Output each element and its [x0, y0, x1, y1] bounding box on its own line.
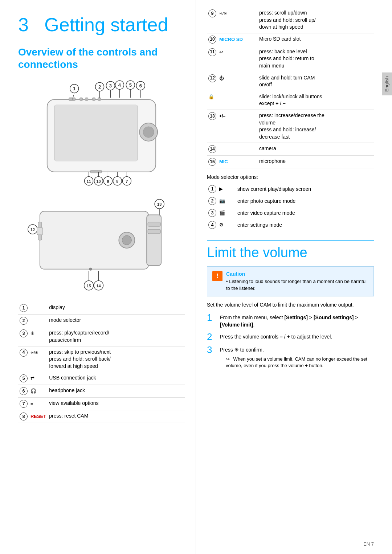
steps-intro: Set the volume level of CAM to limit the…: [207, 301, 374, 309]
table-row: 12 ⏻ slide and hold: turn CAMon/off: [207, 72, 374, 91]
table-row: 🔒 slide: lock/unlock all buttonsexcept +…: [207, 91, 374, 110]
mode-selector-table: 1 ▶ show current play/display screen 2 📷…: [207, 183, 374, 231]
section-heading: Overview of the controls and connections: [18, 46, 185, 70]
mode-selector-section: Mode selector options: 1 ▶ show current …: [207, 174, 374, 231]
svg-text:9: 9: [107, 179, 109, 184]
svg-text:12: 12: [30, 227, 35, 232]
ctrl-desc: slide: lock/unlock all buttonsexcept + /…: [258, 91, 374, 110]
mic-label: MIC: [219, 159, 228, 164]
svg-point-49: [89, 268, 92, 271]
limit-volume-section: Limit the volume ! Caution • Listening t…: [207, 240, 374, 369]
controls-table-left: 1 display 2 mode selector 3 ✳ press: pla…: [18, 302, 185, 423]
svg-text:13: 13: [157, 202, 162, 207]
table-row: 2 mode selector: [18, 315, 185, 327]
svg-text:5: 5: [129, 83, 132, 88]
svg-text:8: 8: [116, 179, 118, 184]
svg-text:3: 3: [109, 83, 112, 89]
ctrl-desc: press: back one levelpress and hold: ret…: [258, 46, 374, 72]
step-text: Press the volume controls – / + to adjus…: [220, 332, 332, 341]
svg-text:11: 11: [86, 179, 91, 184]
list-item: 3 Press ✳ to confirm. When you set a vol…: [207, 345, 374, 369]
step-text: Press ✳ to confirm. When you set a volum…: [220, 345, 374, 369]
table-row: 1 display: [18, 302, 185, 315]
ctrl-num: 2: [208, 197, 216, 205]
ctrl-num: 3: [20, 329, 28, 337]
table-row: 15 MIC microphone: [207, 156, 374, 168]
list-item: 1 From the main menu, select [Settings] …: [207, 313, 374, 328]
ctrl-num: 1: [20, 304, 28, 312]
ctrl-desc: press: scroll up/downpress and hold: scr…: [258, 7, 374, 33]
ctrl-desc: slide and hold: turn CAMon/off: [258, 72, 374, 91]
ctrl-desc: microphone: [258, 156, 374, 168]
table-row: 14 camera: [207, 143, 374, 156]
ctrl-desc: mode selector: [48, 315, 185, 327]
svg-rect-6: [85, 98, 88, 101]
ctrl-num: 14: [208, 145, 216, 153]
diagram-top-view: 1 2 3 4 5 6: [18, 78, 185, 190]
page-container: English 3 Getting started Overview of th…: [0, 0, 392, 554]
ctrl-num: 8: [20, 413, 28, 420]
table-row: 5 ⇄ USB connection jack: [18, 372, 185, 385]
table-row: 2 📷 enter photo capture mode: [207, 195, 374, 207]
list-item: 2 Press the volume controls – / + to adj…: [207, 332, 374, 341]
ctrl-num: 6: [20, 387, 28, 395]
svg-rect-9: [91, 170, 102, 173]
reset-label: RESET: [30, 414, 46, 419]
ctrl-desc: headphone jack: [48, 385, 185, 398]
ctrl-num: 5: [20, 374, 28, 382]
ctrl-num: 1: [208, 185, 216, 193]
svg-rect-63: [37, 227, 43, 235]
side-view-svg: 12 13 15 14: [18, 193, 185, 295]
mode-desc: show current play/display screen: [236, 183, 374, 195]
table-row: 13 +/– press: increase/decrease thevolum…: [207, 110, 374, 143]
svg-text:10: 10: [96, 179, 101, 184]
mode-desc: enter settings mode: [236, 219, 374, 231]
steps-list: 1 From the main menu, select [Settings] …: [207, 313, 374, 369]
ctrl-num: 12: [208, 74, 216, 82]
table-row: 10 MICRO SD Micro SD card slot: [207, 33, 374, 46]
ctrl-desc: press: reset CAM: [48, 410, 185, 423]
caution-box: ! Caution • Listening to loud sounds for…: [207, 266, 374, 296]
step-number: 1: [207, 313, 216, 322]
left-column: 3 Getting started Overview of the contro…: [0, 0, 196, 554]
svg-text:7: 7: [126, 179, 128, 184]
ctrl-desc: Micro SD card slot: [258, 33, 374, 46]
table-row: 3 ✳ press: play/capture/record/pause/con…: [18, 327, 185, 346]
svg-rect-46: [148, 229, 160, 234]
ctrl-desc: display: [48, 302, 185, 315]
top-view-svg: 1 2 3 4 5 6: [18, 78, 185, 190]
ctrl-num: 13: [208, 112, 216, 120]
ctrl-num: 4: [208, 221, 216, 229]
svg-rect-45: [148, 222, 160, 227]
mode-selector-label: Mode selector options:: [207, 174, 374, 180]
ctrl-num: 7: [20, 400, 28, 408]
svg-text:1: 1: [73, 86, 75, 92]
chapter-heading: 3 Getting started: [18, 15, 185, 35]
ctrl-num: 9: [208, 9, 216, 17]
table-row: 3 🎬 enter video capture mode: [207, 207, 374, 219]
language-label: English: [384, 76, 389, 92]
svg-point-3: [143, 127, 154, 138]
table-row: 9 ✳/✳ press: scroll up/downpress and hol…: [207, 7, 374, 33]
caution-icon: !: [212, 271, 222, 281]
table-row: 7 ≡ view available options: [18, 398, 185, 410]
table-row: 1 ▶ show current play/display screen: [207, 183, 374, 195]
svg-rect-4: [69, 98, 75, 101]
table-row: 6 🎧 headphone jack: [18, 385, 185, 398]
caution-text: • Listening to loud sounds for longer th…: [226, 278, 368, 291]
mode-desc: enter photo capture mode: [236, 195, 374, 207]
step-text: From the main menu, select [Settings] > …: [220, 313, 374, 328]
chapter-number: 3: [18, 14, 29, 35]
device-diagram: 1 2 3 4 5 6: [18, 78, 185, 295]
step-number: 2: [207, 332, 216, 341]
svg-point-48: [122, 235, 131, 245]
svg-text:4: 4: [118, 83, 121, 88]
svg-text:15: 15: [86, 284, 91, 288]
table-row: 4 ⚙ enter settings mode: [207, 219, 374, 231]
svg-text:2: 2: [98, 85, 101, 90]
table-row: 4 ✳/✳ press: skip to previous/nextpress …: [18, 346, 185, 372]
svg-rect-8: [98, 98, 101, 101]
mode-desc: enter video capture mode: [236, 207, 374, 219]
svg-text:6: 6: [139, 83, 142, 89]
controls-table-right: 9 ✳/✳ press: scroll up/downpress and hol…: [207, 7, 374, 168]
